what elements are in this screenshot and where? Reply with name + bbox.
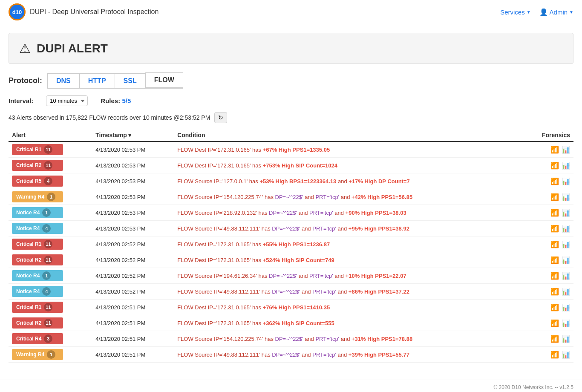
forensics-antenna-icon[interactable]: 📶 (550, 351, 559, 359)
badge-label: Notice R4 (16, 210, 40, 216)
forensics-antenna-icon[interactable]: 📶 (550, 272, 559, 280)
badge-label: Warning R4 (16, 352, 44, 357)
forensics-antenna-icon[interactable]: 📶 (550, 146, 559, 154)
forensics-chart-icon[interactable]: 📊 (562, 240, 570, 248)
alert-badge[interactable]: Critical R211 (12, 160, 63, 171)
alert-badge[interactable]: Warning R41 (12, 191, 63, 202)
alert-badge[interactable]: Notice R41 (12, 207, 63, 218)
table-row: Critical R434/13/2020 02:51 PMFLOW Sourc… (9, 331, 573, 347)
forensics-chart-icon[interactable]: 📊 (562, 351, 570, 359)
condition-part: has (248, 178, 259, 184)
condition-part: and (336, 225, 349, 232)
forensics-chart-icon[interactable]: 📊 (562, 335, 570, 343)
condition-cell: FLOW Dest IP='172.31.0.165' has +76% Hig… (174, 300, 523, 315)
alert-badge[interactable]: Critical R211 (12, 254, 63, 265)
condition-part: and (333, 273, 346, 279)
alert-badge[interactable]: Notice R44 (12, 286, 63, 297)
condition-part: and (297, 210, 309, 216)
forensics-cell: 📶📊 (523, 189, 573, 205)
app-header: d10 DUPI - Deep Universal Protocol Inspe… (0, 0, 582, 24)
condition-part: has (257, 210, 269, 216)
alert-badge[interactable]: Notice R44 (12, 223, 63, 234)
forensics-antenna-icon[interactable]: 📶 (550, 303, 559, 311)
alert-badge[interactable]: Notice R41 (12, 270, 63, 281)
forensics-antenna-icon[interactable]: 📶 (550, 256, 559, 264)
timestamp-cell: 4/13/2020 02:52 PM (92, 236, 174, 252)
alert-badge-cell: Notice R44 (9, 284, 92, 300)
forensics-antenna-icon[interactable]: 📶 (550, 177, 559, 185)
forensics-antenna-icon[interactable]: 📶 (550, 335, 559, 343)
condition-part: and (300, 225, 312, 232)
forensics-chart-icon[interactable]: 📊 (562, 209, 570, 217)
alert-badge[interactable]: Critical R211 (12, 317, 63, 329)
forensics-antenna-icon[interactable]: 📶 (550, 240, 559, 248)
forensics-antenna-icon[interactable]: 📶 (550, 225, 559, 233)
tab-http[interactable]: HTTP (79, 73, 115, 88)
table-row: Notice R444/13/2020 02:53 PMFLOW Source … (9, 221, 573, 236)
services-button[interactable]: Services ▼ (500, 9, 530, 16)
condition-cell: FLOW Source IP='194.61.26.34' has DP=~'^… (174, 268, 523, 284)
interval-select[interactable]: 10 minutes 1 minute 5 minutes 30 minutes… (46, 95, 88, 106)
condition-part: has (263, 194, 275, 200)
col-timestamp[interactable]: Timestamp▼ (92, 129, 174, 141)
condition-part: has (260, 352, 272, 358)
forensics-cell: 📶📊 (523, 236, 573, 252)
tab-dns[interactable]: DNS (47, 73, 80, 88)
col-alert: Alert (9, 129, 92, 141)
alert-badge[interactable]: Warning R41 (12, 349, 63, 360)
forensics-chart-icon[interactable]: 📊 (562, 146, 570, 154)
protocol-tabs: DNS HTTP SSL FLOW (47, 72, 183, 89)
alert-badge[interactable]: Critical R43 (12, 333, 63, 344)
forensics-chart-icon[interactable]: 📊 (562, 161, 570, 170)
forensics-chart-icon[interactable]: 📊 (562, 303, 570, 311)
forensics-chart-icon[interactable]: 📊 (562, 288, 570, 296)
forensics-antenna-icon[interactable]: 📶 (550, 209, 559, 217)
forensics-antenna-icon[interactable]: 📶 (550, 193, 559, 201)
condition-part: PRT='tcp' (309, 210, 333, 216)
col-condition: Condition (174, 129, 523, 141)
alert-badge[interactable]: Critical R111 (12, 302, 63, 313)
alert-badge[interactable]: Critical R54 (12, 176, 63, 187)
timestamp-cell: 4/13/2020 02:53 PM (92, 205, 174, 221)
forensics-cell: 📶📊 (523, 331, 573, 347)
forensics-chart-icon[interactable]: 📊 (562, 272, 570, 280)
warning-icon: ⚠ (19, 41, 31, 56)
forensics-chart-icon[interactable]: 📊 (562, 177, 570, 185)
table-row: Critical R544/13/2020 02:53 PMFLOW Sourc… (9, 173, 573, 189)
badge-label: Notice R4 (16, 273, 40, 279)
forensics-antenna-icon[interactable]: 📶 (550, 288, 559, 296)
condition-part: FLOW Source IP='49.88.112.111' (177, 352, 260, 358)
forensics-chart-icon[interactable]: 📊 (562, 225, 570, 233)
badge-count: 4 (42, 224, 51, 233)
condition-part: FLOW Source IP='49.88.112.111' (177, 225, 260, 232)
forensics-chart-icon[interactable]: 📊 (562, 193, 570, 201)
alert-badge[interactable]: Critical R111 (12, 239, 63, 250)
forensics-antenna-icon[interactable]: 📶 (550, 319, 559, 327)
alert-badge[interactable]: Critical R111 (12, 144, 63, 155)
tab-flow[interactable]: FLOW (145, 72, 183, 88)
app-logo: d10 (9, 3, 26, 20)
condition-cell: FLOW Source IP='154.120.225.74' has DP=~… (174, 189, 523, 205)
condition-part: PRT='tcp' (312, 225, 336, 232)
condition-part: DP=~'^22$' (272, 352, 300, 358)
forensics-antenna-icon[interactable]: 📶 (550, 161, 559, 170)
alert-badge-cell: Warning R41 (9, 347, 92, 363)
condition-part: +95% High PPS1=38.92 (349, 225, 409, 232)
forensics-cell: 📶📊 (523, 347, 573, 363)
condition-part: FLOW Source IP='154.120.225.74' (177, 194, 263, 200)
condition-part: +53% High BPS1=1223364.13 (259, 178, 336, 184)
alert-badge-cell: Critical R211 (9, 252, 92, 268)
tab-ssl[interactable]: SSL (115, 73, 146, 88)
condition-cell: FLOW Source IP='49.88.112.111' has DP=~'… (174, 347, 523, 363)
forensics-chart-icon[interactable]: 📊 (562, 256, 570, 264)
condition-cell: FLOW Source IP='154.120.225.74' has DP=~… (174, 331, 523, 347)
table-row: Critical R2114/13/2020 02:51 PMFLOW Dest… (9, 315, 573, 331)
forensics-chart-icon[interactable]: 📊 (562, 319, 570, 327)
refresh-button[interactable]: ↻ (214, 112, 227, 123)
alert-badge-cell: Critical R211 (9, 158, 92, 173)
forensics-cell: 📶📊 (523, 221, 573, 236)
forensics-cell: 📶📊 (523, 315, 573, 331)
badge-count: 1 (42, 208, 51, 217)
admin-button[interactable]: 👤 Admin ▼ (539, 8, 573, 16)
alert-banner-title: DUPI ALERT (37, 42, 108, 55)
